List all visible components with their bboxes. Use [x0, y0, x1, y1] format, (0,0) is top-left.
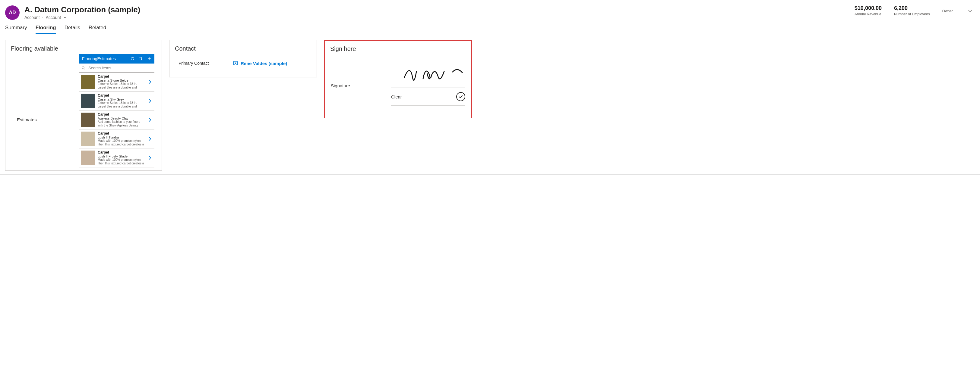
item-title: Carpet — [98, 131, 145, 136]
flooring-card-title: Flooring available — [5, 40, 162, 54]
item-thumbnail — [81, 131, 95, 146]
chevron-right-icon[interactable] — [147, 155, 153, 160]
estimates-field-label: Estimates — [10, 54, 79, 168]
record-header: AD A. Datum Corporation (sample) Account… — [5, 4, 975, 22]
stat-label: Owner — [942, 9, 953, 13]
item-thumbnail — [81, 112, 95, 127]
item-subtitle: Ageless Beauty Clay — [98, 117, 145, 120]
account-avatar: AD — [5, 5, 20, 20]
list-item[interactable]: CarpetCaserta Sky GreyExtreme Series 18 … — [79, 92, 154, 111]
item-title: Carpet — [98, 150, 145, 155]
clear-signature-button[interactable]: Clear — [391, 94, 402, 100]
form-name: Account — [46, 15, 61, 20]
item-subtitle: Caserta Sky Grey — [98, 98, 145, 101]
page-title: A. Datum Corporation (sample) — [24, 5, 140, 14]
stat-value: 6,200 — [894, 5, 930, 11]
item-title: Carpet — [98, 93, 145, 98]
contact-card: Contact Primary Contact Rene Valdes (sam… — [169, 40, 317, 78]
stat-owner: Owner — [936, 8, 959, 13]
signature-card-title: Sign here — [325, 41, 471, 54]
list-item[interactable]: CarpetLush II TundraMade with 100% premi… — [79, 130, 154, 149]
form-tabs: Summary Flooring Details Related — [5, 22, 975, 34]
item-thumbnail — [81, 150, 95, 165]
stat-label: Number of Employees — [894, 12, 930, 16]
list-item[interactable]: CarpetAgeless Beauty ClayAdd some fashio… — [79, 111, 154, 130]
tab-flooring[interactable]: Flooring — [36, 25, 56, 34]
tab-related[interactable]: Related — [89, 25, 107, 34]
item-description: Extreme Series 18 in. x 18 in. carpet ti… — [98, 101, 145, 108]
expand-header-button[interactable] — [965, 6, 975, 16]
item-description: Made with 100% premium nylon fiber, this… — [98, 139, 145, 146]
search-input[interactable] — [88, 65, 152, 70]
refresh-icon[interactable] — [130, 57, 135, 61]
chevron-right-icon[interactable] — [147, 136, 153, 141]
search-icon — [81, 66, 85, 70]
stat-label: Annual Revenue — [854, 12, 882, 16]
flooring-estimates-panel: FlooringEstimates — [79, 54, 154, 168]
stat-value: $10,000.00 — [854, 5, 882, 11]
list-item[interactable]: CarpetCaserta Stone BeigeExtreme Series … — [79, 73, 154, 92]
chevron-down-icon[interactable] — [63, 16, 67, 19]
stat-annual-revenue: $10,000.00 Annual Revenue — [848, 5, 888, 16]
item-title: Carpet — [98, 74, 145, 79]
primary-contact-label: Primary Contact — [178, 61, 233, 66]
search-input-wrapper[interactable] — [79, 63, 154, 73]
tab-summary[interactable]: Summary — [5, 25, 27, 34]
item-thumbnail — [81, 75, 95, 89]
avatar-initials: AD — [9, 10, 16, 15]
entity-type: Account — [24, 15, 40, 20]
item-description: Extreme Series 18 in. x 18 in. carpet ti… — [98, 82, 145, 89]
confirm-signature-button[interactable] — [456, 92, 465, 101]
item-subtitle: Caserta Stone Beige — [98, 79, 145, 82]
check-icon — [458, 94, 463, 99]
item-subtitle: Lush II Tundra — [98, 136, 145, 139]
chevron-right-icon[interactable] — [147, 98, 153, 103]
add-icon[interactable] — [147, 57, 151, 61]
contact-card-title: Contact — [169, 40, 317, 54]
signature-card: Sign here Signature Clear — [324, 40, 472, 118]
sort-icon[interactable] — [139, 57, 143, 61]
item-thumbnail — [81, 93, 95, 108]
tab-details[interactable]: Details — [65, 25, 80, 34]
item-description: Add some fashion to your floors with the… — [98, 120, 145, 127]
svg-point-2 — [235, 62, 236, 63]
chevron-right-icon[interactable] — [147, 117, 153, 122]
primary-contact-value: Rene Valdes (sample) — [241, 61, 287, 66]
signature-canvas[interactable] — [391, 61, 465, 88]
item-subtitle: Lush II Frosty Glade — [98, 155, 145, 158]
list-item[interactable]: CarpetLush II Frosty GladeMade with 100%… — [79, 149, 154, 168]
flooring-estimates-title: FlooringEstimates — [82, 56, 116, 61]
contact-icon — [233, 60, 238, 66]
signature-field-label: Signature — [331, 61, 391, 88]
item-title: Carpet — [98, 112, 145, 117]
flooring-estimates-list: CarpetCaserta Stone BeigeExtreme Series … — [79, 73, 154, 168]
stat-employees: 6,200 Number of Employees — [888, 5, 936, 16]
primary-contact-link[interactable]: Rene Valdes (sample) — [233, 60, 287, 66]
flooring-card: Flooring available Estimates FlooringEst… — [5, 40, 162, 171]
item-description: Made with 100% premium nylon fiber, this… — [98, 158, 145, 165]
svg-point-0 — [82, 66, 84, 69]
chevron-right-icon[interactable] — [147, 79, 153, 84]
